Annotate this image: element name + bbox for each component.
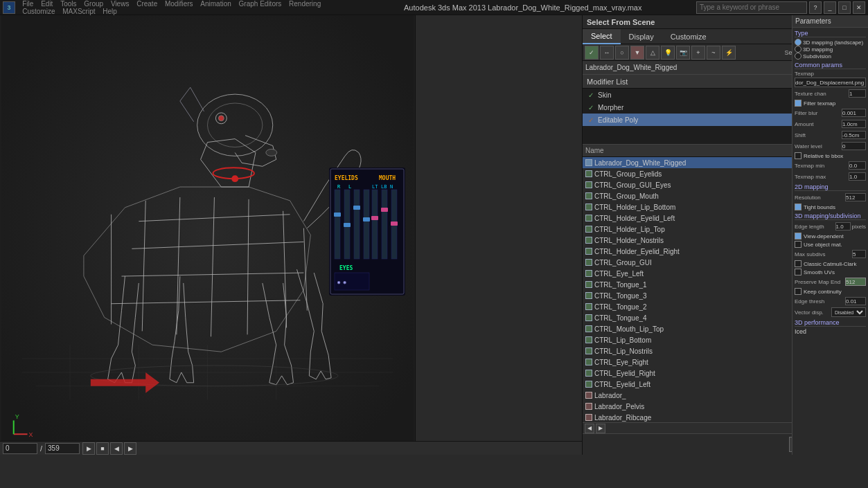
resolution-label: Resolution <box>795 195 845 201</box>
radio-subdivision[interactable]: Subdivision <box>795 53 866 60</box>
water-level-label: Water level <box>795 143 842 150</box>
menu-file[interactable]: File <box>19 0 36 8</box>
tight-bounds-row[interactable]: Tight bounds <box>795 204 866 210</box>
window-title: Autodesk 3ds Max 2013 Labrador_Dog_White… <box>350 3 697 12</box>
amount-row: Amount <box>795 119 866 129</box>
menu-modifiers[interactable]: Modifiers <box>162 0 196 8</box>
keep-continuity-row[interactable]: Keep continuity <box>795 288 866 295</box>
frame-separator: / <box>40 444 42 453</box>
stop-btn[interactable]: ■ <box>96 442 109 455</box>
svg-rect-39 <box>335 190 340 259</box>
edge-thresh-label: Edge thresh <box>795 298 845 305</box>
amount-input[interactable] <box>842 120 866 128</box>
vector-disp-select[interactable]: Disabled Tangent Object World <box>831 307 866 317</box>
radio-3d-mapping-circle <box>795 46 801 53</box>
sfs-nav-left[interactable]: ◀ <box>585 424 594 433</box>
frame-end-input[interactable] <box>45 443 80 454</box>
svg-rect-45 <box>353 206 360 210</box>
modifier-obj-name-value: Labrador_Dog_White_Rigged <box>585 64 677 71</box>
next-frame-btn[interactable]: ▶ <box>124 442 136 455</box>
menu-animation[interactable]: Animation <box>197 0 233 8</box>
search-input[interactable] <box>696 1 807 14</box>
app-icon[interactable]: 3 <box>3 1 15 14</box>
sfs-btn-splines[interactable]: ~ <box>707 46 720 60</box>
svg-rect-43 <box>334 213 341 217</box>
edge-length-input[interactable] <box>835 222 851 231</box>
sfs-btn-lights[interactable]: 💡 <box>661 46 675 60</box>
svg-rect-54 <box>382 190 387 259</box>
iced-label: Iced <box>795 328 866 335</box>
radio-3d-landscape[interactable]: 3D mapping (landscape) <box>795 39 866 46</box>
max-subdivs-label: Max subdivs <box>795 251 852 257</box>
sfs-tab-customize[interactable]: Customize <box>662 29 715 44</box>
radio-subdivision-label: Subdivision <box>803 53 831 60</box>
minimize-icon[interactable]: _ <box>824 1 836 14</box>
menu-tools[interactable]: Tools <box>57 0 79 8</box>
menu-edit[interactable]: Edit <box>38 0 55 8</box>
preserve-map-input[interactable] <box>845 278 866 286</box>
menu-rendering[interactable]: Rendering <box>286 0 324 8</box>
water-level-input[interactable] <box>842 142 866 150</box>
texmap-max-input[interactable] <box>849 172 866 181</box>
menu-create[interactable]: Create <box>134 0 160 8</box>
texmap-label: Texmap <box>795 71 866 77</box>
amount-label: Amount <box>795 121 842 127</box>
sfs-btn-helpers[interactable]: + <box>691 46 705 60</box>
texmap-min-input[interactable] <box>849 161 866 170</box>
svg-text:◉  ◉: ◉ ◉ <box>337 280 346 285</box>
svg-text:LB: LB <box>381 184 387 190</box>
edge-length-label: Edge length <box>795 224 835 230</box>
texture-chan-input[interactable] <box>849 89 866 98</box>
prev-frame-btn[interactable]: ◀ <box>110 442 123 455</box>
menu-views[interactable]: Views <box>108 0 132 8</box>
max-subdivs-input[interactable] <box>852 250 866 258</box>
menu-maxscript[interactable]: MAXScript <box>60 8 98 15</box>
relative-bbox-row[interactable]: Relative to bbox <box>795 152 866 159</box>
view-dependent-row[interactable]: View-dependent <box>795 233 866 240</box>
classic-catmull-row[interactable]: Classic Catmull-Clark <box>795 260 866 267</box>
sfs-btn-invert[interactable]: ↔ <box>600 46 614 60</box>
use-obj-mat-check <box>795 241 801 248</box>
menu-customize[interactable]: Customize <box>19 8 57 15</box>
svg-rect-44 <box>344 223 351 227</box>
smooth-uvs-row[interactable]: Smooth UVs <box>795 269 866 275</box>
texture-chan-row: Texture chan <box>795 89 866 98</box>
sfs-tab-select[interactable]: Select <box>583 29 621 44</box>
maximize-icon[interactable]: □ <box>838 1 851 14</box>
edge-thresh-input[interactable] <box>845 297 866 305</box>
menu-help[interactable]: Help <box>100 8 120 15</box>
shift-input[interactable] <box>842 131 866 139</box>
play-btn[interactable]: ▶ <box>82 442 95 455</box>
frame-start-input[interactable] <box>3 443 37 454</box>
svg-rect-41 <box>354 190 360 259</box>
texmap-input[interactable] <box>795 78 866 87</box>
water-level-row: Water level <box>795 141 866 151</box>
resolution-input[interactable] <box>845 193 866 201</box>
menu-group[interactable]: Group <box>81 0 106 8</box>
3d-performance-label: 3D performance <box>795 319 866 327</box>
sfs-btn-bones[interactable]: ⚡ <box>722 46 736 60</box>
top-bar-icons: ? _ □ ✕ <box>696 1 865 14</box>
mod-check-poly: ✓ <box>588 116 595 123</box>
tight-bounds-label: Tight bounds <box>804 204 835 210</box>
radio-3d-mapping[interactable]: 3D mapping <box>795 46 866 53</box>
filter-blur-input[interactable] <box>842 109 866 117</box>
sfs-tab-display[interactable]: Display <box>621 29 662 44</box>
menu-graph-editors[interactable]: Graph Editors <box>236 0 285 8</box>
filter-texmap-row[interactable]: Filter texmap <box>795 100 866 107</box>
sfs-nav-right[interactable]: ▶ <box>596 424 605 433</box>
sfs-btn-geo[interactable]: △ <box>646 46 659 60</box>
sfs-btn-filter[interactable]: ▼ <box>630 46 644 60</box>
filter-blur-row: Filter blur <box>795 108 866 118</box>
params-title: Parameters <box>792 15 868 28</box>
smooth-uvs-label: Smooth UVs <box>804 269 835 275</box>
help-icon[interactable]: ? <box>809 1 822 14</box>
sfs-btn-cameras[interactable]: 📷 <box>676 46 690 60</box>
sfs-btn-none[interactable]: ○ <box>615 46 629 60</box>
sfs-btn-select-all[interactable]: ✓ <box>585 46 599 60</box>
use-obj-mat-row[interactable]: Use object mat. <box>795 241 866 248</box>
neon-sign: EYELIDS MOUTH R L EYES ◉ ◉ <box>329 168 405 296</box>
tight-bounds-check <box>795 204 801 210</box>
viewport[interactable]: [+] [Perspective] [Shaded + Edged Faces]… <box>0 15 416 455</box>
close-icon[interactable]: ✕ <box>853 1 865 14</box>
